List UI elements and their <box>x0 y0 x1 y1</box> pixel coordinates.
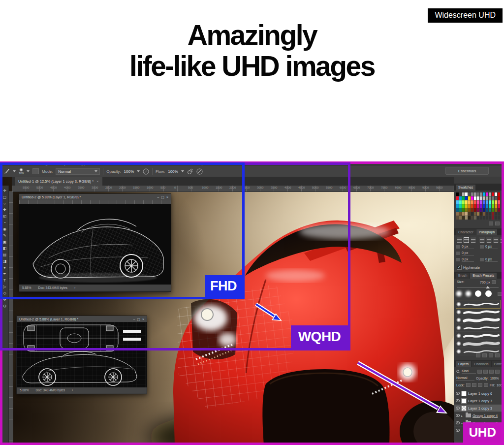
photoshop-screenshot: FileEditImageLayerTypeSelectFilter3DView… <box>0 161 504 445</box>
title-line-1: Amazingly <box>188 19 317 51</box>
uhd-label: UHD <box>463 422 502 443</box>
marketing-banner: Amazingly life-like UHD images Widescree… <box>0 0 504 445</box>
title-line-2: life-like UHD images <box>129 50 375 82</box>
fhd-region-rectangle: FHD <box>0 162 245 299</box>
widescreen-uhd-badge: Widescreen UHD <box>428 8 503 23</box>
wqhd-label: WQHD <box>291 325 348 348</box>
page-title: Amazingly life-like UHD images <box>0 20 504 82</box>
fhd-label: FHD <box>205 275 242 297</box>
